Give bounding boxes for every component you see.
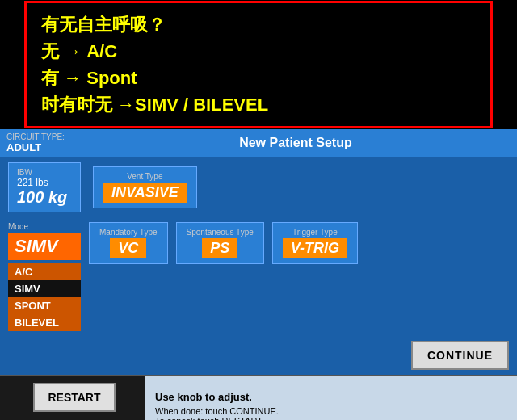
row1: IBW 221 lbs 100 kg Vent Type INVASIVE <box>0 158 517 217</box>
mandatory-type-box[interactable]: Mandatory Type VC <box>89 222 168 264</box>
mode-section: Mode SIMV A/C SIMV SPONT BILEVEL <box>8 222 81 331</box>
info-box: 有无自主呼吸？ 无 → A/C 有 → Spont 时有时无 →SIMV / B… <box>24 1 493 128</box>
info-line4: 时有时无 →SIMV / BILEVEL <box>41 91 476 118</box>
mode-item-spont[interactable]: SPONT <box>8 297 81 314</box>
ibw-kg: 100 kg <box>17 188 72 207</box>
trigger-type-value: V-TRIG <box>283 238 347 258</box>
use-knob-instruction: Use knob to adjust. <box>155 391 507 403</box>
continue-button[interactable]: CONTINUE <box>411 341 509 370</box>
circuit-type-value: ADULT <box>6 141 65 153</box>
mode-item-simv[interactable]: SIMV <box>8 280 81 297</box>
ibw-label: IBW <box>17 168 72 177</box>
restart-button[interactable]: RESTART <box>33 383 115 412</box>
vent-type-box[interactable]: Vent Type INVASIVE <box>93 166 197 208</box>
bottom-bar: RESTART Mode of Ventilation Use knob to … <box>0 375 517 420</box>
when-done-line3: To cancel: touch RESTART. <box>155 416 264 421</box>
spontaneous-type-label: Spontaneous Type <box>187 228 254 237</box>
circuit-type-block: CIRCUIT TYPE: ADULT <box>6 132 65 153</box>
mandatory-type-value: VC <box>110 238 146 258</box>
mode-item-bilevel[interactable]: BILEVEL <box>8 314 81 331</box>
vent-type-label: Vent Type <box>103 172 187 181</box>
mode-label: Mode <box>8 222 81 231</box>
mode-item-ac[interactable]: A/C <box>8 263 81 280</box>
trigger-type-label: Trigger Type <box>283 228 347 237</box>
spontaneous-type-value: PS <box>202 238 237 258</box>
circuit-header: CIRCUIT TYPE: ADULT New Patient Setup <box>0 129 517 158</box>
info-line3: 有 → Spont <box>41 65 476 91</box>
mode-current: SIMV <box>8 233 81 260</box>
mandatory-type-label: Mandatory Type <box>99 228 158 237</box>
when-done-instruction: When done: touch CONTINUE. To cancel: to… <box>155 406 507 421</box>
top-banner: 有无自主呼吸？ 无 → A/C 有 → Spont 时有时无 →SIMV / B… <box>0 0 517 129</box>
ibw-box: IBW 221 lbs 100 kg <box>8 162 81 212</box>
info-line1: 有无自主呼吸？ <box>41 11 476 38</box>
spontaneous-type-box[interactable]: Spontaneous Type PS <box>176 222 264 264</box>
when-done-line2: When done: touch CONTINUE. <box>155 406 279 416</box>
ibw-lbs: 221 lbs <box>17 177 72 188</box>
trigger-type-box[interactable]: Trigger Type V-TRIG <box>272 222 358 264</box>
vent-type-value: INVASIVE <box>103 183 187 203</box>
info-line2: 无 → A/C <box>41 38 476 65</box>
main-area: CIRCUIT TYPE: ADULT New Patient Setup IB… <box>0 129 517 375</box>
bottom-right: Use knob to adjust. When done: touch CON… <box>145 376 517 420</box>
row2: Mode SIMV A/C SIMV SPONT BILEVEL Mandato… <box>0 217 517 336</box>
bottom-left: RESTART Mode of Ventilation <box>0 376 145 420</box>
setup-title: New Patient Setup <box>81 136 511 150</box>
continue-row: CONTINUE <box>0 336 517 375</box>
circuit-type-label: CIRCUIT TYPE: <box>6 132 65 141</box>
mode-list: A/C SIMV SPONT BILEVEL <box>8 263 81 331</box>
